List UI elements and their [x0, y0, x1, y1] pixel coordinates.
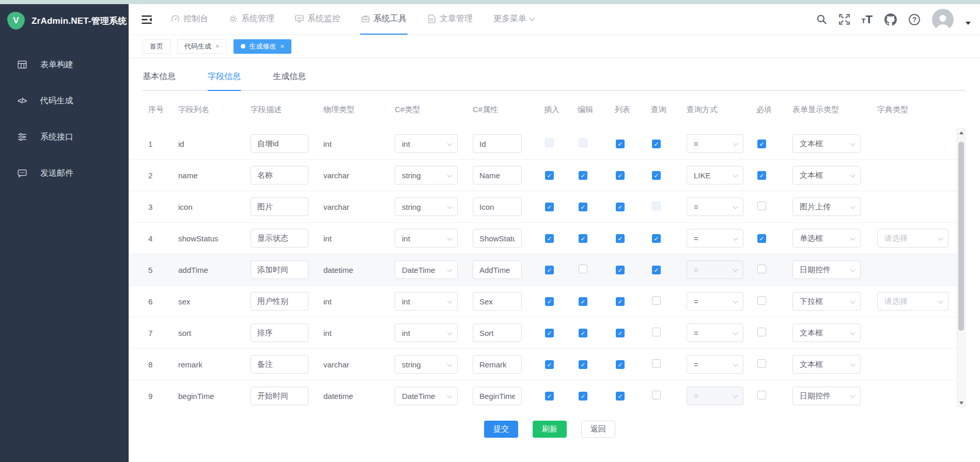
- edit-checkbox[interactable]: [579, 171, 587, 180]
- list-checkbox[interactable]: [616, 234, 625, 243]
- display-type-select[interactable]: 日期控件: [792, 260, 861, 279]
- scrollbar-track[interactable]: [957, 136, 965, 399]
- caret-down-icon[interactable]: [966, 22, 971, 25]
- cs-prop-input[interactable]: [473, 292, 522, 311]
- help-icon[interactable]: ?: [909, 14, 920, 25]
- close-icon[interactable]: ×: [281, 42, 285, 50]
- cs-prop-input[interactable]: [473, 229, 522, 248]
- query-type-select[interactable]: =: [687, 197, 743, 216]
- fullscreen-icon[interactable]: [839, 14, 850, 25]
- edit-checkbox[interactable]: [579, 234, 587, 243]
- required-checkbox[interactable]: [757, 265, 766, 273]
- sidebar-item-system-api[interactable]: 系统接口: [0, 119, 129, 155]
- cs-type-select[interactable]: string: [395, 166, 458, 184]
- edit-checkbox[interactable]: [579, 360, 587, 369]
- sidebar-item-form-builder[interactable]: 表单构建: [0, 47, 129, 83]
- required-checkbox[interactable]: [757, 328, 766, 336]
- dict-type-select[interactable]: 请选择: [877, 229, 948, 248]
- insert-checkbox[interactable]: [545, 392, 554, 401]
- field-desc-input[interactable]: [251, 134, 308, 153]
- query-checkbox[interactable]: [652, 391, 661, 399]
- field-desc-input[interactable]: [251, 387, 308, 405]
- list-checkbox[interactable]: [616, 329, 625, 337]
- required-checkbox[interactable]: [757, 202, 766, 210]
- tab-field-info[interactable]: 字段信息: [208, 71, 241, 91]
- display-type-select[interactable]: 图片上传: [792, 197, 861, 216]
- nav-item-system-tools[interactable]: 系统工具: [360, 4, 408, 35]
- field-desc-input[interactable]: [251, 229, 308, 248]
- tag-home[interactable]: 首页: [143, 39, 170, 54]
- field-desc-input[interactable]: [251, 166, 308, 184]
- scroll-up-icon[interactable]: [957, 129, 965, 136]
- avatar[interactable]: [932, 9, 954, 30]
- required-checkbox[interactable]: [757, 234, 766, 243]
- nav-item-system-manage[interactable]: 系统管理: [228, 4, 275, 35]
- nav-item-system-monitor[interactable]: 系统监控: [294, 4, 341, 35]
- query-checkbox[interactable]: [652, 296, 661, 305]
- list-checkbox[interactable]: [616, 171, 625, 180]
- display-type-select[interactable]: 文本框: [792, 166, 861, 184]
- query-type-select[interactable]: =: [687, 229, 743, 248]
- list-checkbox[interactable]: [616, 266, 625, 274]
- cs-type-select[interactable]: int: [395, 229, 458, 248]
- query-checkbox[interactable]: [652, 140, 661, 148]
- query-type-select[interactable]: =: [687, 292, 743, 311]
- insert-checkbox[interactable]: [545, 297, 554, 306]
- tag-code-gen[interactable]: 代码生成 ×: [177, 39, 227, 54]
- display-type-select[interactable]: 文本框: [792, 355, 861, 374]
- cs-prop-input[interactable]: [473, 166, 522, 184]
- tag-gen-edit[interactable]: 生成修改 ×: [234, 39, 292, 54]
- query-type-select[interactable]: =: [687, 355, 743, 374]
- collapse-sidebar-icon[interactable]: [141, 14, 152, 25]
- list-checkbox[interactable]: [616, 140, 625, 148]
- display-type-select[interactable]: 下拉框: [792, 292, 861, 311]
- vertical-scrollbar[interactable]: [957, 128, 966, 407]
- cs-type-select[interactable]: DateTime: [395, 260, 458, 279]
- cs-type-select[interactable]: DateTime: [395, 387, 458, 405]
- required-checkbox[interactable]: [757, 359, 766, 368]
- edit-checkbox[interactable]: [579, 203, 587, 211]
- query-checkbox[interactable]: [652, 234, 661, 243]
- dict-type-select[interactable]: 请选择: [877, 292, 948, 311]
- insert-checkbox[interactable]: [545, 360, 554, 369]
- cs-prop-input[interactable]: [473, 260, 522, 279]
- refresh-button[interactable]: 刷新: [533, 421, 567, 438]
- field-desc-input[interactable]: [251, 355, 308, 374]
- cs-type-select[interactable]: string: [395, 355, 458, 374]
- query-type-select[interactable]: =: [687, 324, 743, 342]
- cs-prop-input[interactable]: [473, 197, 522, 216]
- list-checkbox[interactable]: [616, 203, 625, 211]
- nav-item-dashboard[interactable]: 控制台: [170, 4, 209, 35]
- edit-checkbox[interactable]: [579, 392, 587, 401]
- scrollbar-thumb[interactable]: [958, 142, 964, 331]
- insert-checkbox[interactable]: [545, 266, 554, 274]
- tab-basic-info[interactable]: 基本信息: [143, 71, 176, 91]
- display-type-select[interactable]: 日期控件: [792, 387, 861, 405]
- edit-checkbox[interactable]: [579, 265, 587, 273]
- list-checkbox[interactable]: [616, 392, 625, 401]
- submit-button[interactable]: 提交: [484, 421, 518, 438]
- scroll-down-icon[interactable]: [957, 399, 965, 407]
- cs-type-select[interactable]: string: [395, 197, 458, 216]
- required-checkbox[interactable]: [757, 296, 766, 305]
- cs-type-select[interactable]: int: [395, 324, 458, 342]
- list-checkbox[interactable]: [616, 360, 625, 369]
- cs-prop-input[interactable]: [473, 355, 522, 374]
- display-type-select[interactable]: 文本框: [792, 324, 861, 342]
- query-checkbox[interactable]: [652, 266, 661, 274]
- insert-checkbox[interactable]: [545, 329, 554, 337]
- query-checkbox[interactable]: [652, 171, 661, 180]
- cs-type-select[interactable]: int: [395, 292, 458, 311]
- edit-checkbox[interactable]: [579, 297, 587, 306]
- list-checkbox[interactable]: [616, 297, 625, 306]
- query-type-select[interactable]: LIKE: [687, 166, 743, 184]
- display-type-select[interactable]: 单选框: [792, 229, 861, 248]
- back-button[interactable]: 返回: [581, 421, 615, 438]
- sidebar-item-code-gen[interactable]: </> 代码生成: [0, 83, 129, 119]
- close-icon[interactable]: ×: [215, 42, 220, 50]
- display-type-select[interactable]: 文本框: [792, 134, 861, 153]
- insert-checkbox[interactable]: [545, 234, 554, 243]
- cs-prop-input[interactable]: [473, 387, 522, 405]
- github-icon[interactable]: [884, 13, 897, 26]
- cs-prop-input[interactable]: [473, 324, 522, 342]
